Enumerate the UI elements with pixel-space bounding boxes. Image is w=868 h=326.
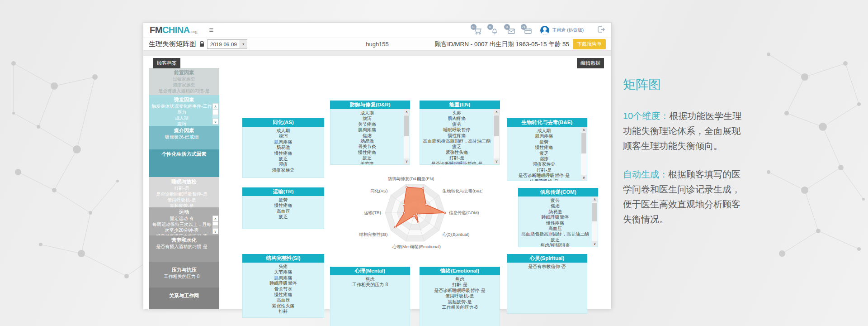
- scroll-track[interactable]: [581, 133, 587, 175]
- scroll-down-icon[interactable]: ∨: [212, 228, 218, 234]
- matrix-box-item[interactable]: 关节痛: [330, 161, 410, 165]
- logout-icon[interactable]: [598, 26, 605, 34]
- matrix-box-item[interactable]: 成人期: [243, 128, 324, 134]
- matrix-box-item[interactable]: 使用呼吸机-是: [420, 293, 500, 299]
- radar-data-point[interactable]: [417, 221, 419, 223]
- scroll-thumb[interactable]: [592, 203, 597, 221]
- scroll-thumb[interactable]: [212, 110, 218, 115]
- matrix-box-item[interactable]: 疲乏: [519, 237, 598, 243]
- user-name[interactable]: 王树岩 (协议版): [552, 27, 584, 34]
- scroll-thumb[interactable]: [212, 222, 218, 225]
- user-avatar[interactable]: [540, 26, 549, 35]
- matrix-box-item[interactable]: 打鼾-是: [420, 155, 500, 161]
- matrix-box-item[interactable]: 成人期: [330, 110, 410, 116]
- scroll-thumb[interactable]: [404, 115, 409, 136]
- radar-data-point[interactable]: [394, 226, 396, 228]
- matrix-box-item[interactable]: 疲劳: [507, 139, 587, 145]
- matrix-box-item[interactable]: 疲乏: [330, 155, 410, 161]
- matrix-box-scrollbar[interactable]: ∧∨: [404, 109, 410, 164]
- matrix-box-item[interactable]: 关节疼痛: [330, 122, 410, 127]
- sidebar-scrollbar[interactable]: ∧∨: [212, 103, 218, 125]
- radar-data-point[interactable]: [425, 204, 427, 206]
- matrix-box-item[interactable]: 是否有宗教信仰-否: [507, 264, 587, 269]
- matrix-box-item[interactable]: 慢性疼痛: [330, 150, 410, 155]
- sidebar-item[interactable]: 使用呼吸机-是: [149, 197, 219, 203]
- matrix-box-scrollbar[interactable]: ∧∨: [581, 127, 587, 181]
- sidebar-item[interactable]: 是否有摄入酒精的习惯-是: [149, 244, 219, 249]
- scroll-up-icon[interactable]: ∧: [212, 216, 218, 221]
- matrix-box-item[interactable]: 是否诊断睡眠呼吸暂停-是: [507, 173, 587, 178]
- radar-data-point[interactable]: [413, 215, 415, 216]
- scroll-down-icon[interactable]: ∨: [404, 158, 410, 164]
- scroll-up-icon[interactable]: ∧: [592, 197, 598, 202]
- matrix-box-item[interactable]: 肠易激: [243, 145, 324, 150]
- matrix-box-item[interactable]: 打鼾: [243, 309, 324, 314]
- matrix-box-item[interactable]: 是否诊断睡眠呼吸暂停-是: [420, 288, 500, 293]
- sidebar-item[interactable]: 是否诊断睡眠呼吸暂停-是: [149, 191, 219, 197]
- matrix-box-item[interactable]: 肌肉疼痛: [243, 275, 324, 281]
- matrix-box-item[interactable]: 高血压: [519, 226, 598, 231]
- customer-profile-button[interactable]: 顾客档案: [153, 58, 180, 68]
- matrix-box-item[interactable]: 焦虑: [420, 277, 500, 282]
- scroll-track[interactable]: [494, 115, 500, 158]
- matrix-box-item[interactable]: 疲乏: [420, 144, 500, 149]
- radar-data-point[interactable]: [403, 204, 405, 206]
- matrix-box-item[interactable]: 肠易激: [519, 209, 598, 215]
- matrix-box-item[interactable]: 高血脂包括高胆固醇，高甘油三酯: [420, 139, 500, 144]
- fmchina-logo[interactable]: FMCHINA.org: [150, 25, 197, 35]
- sidebar-scrollbar[interactable]: ∧∨: [212, 216, 218, 234]
- matrix-box-item[interactable]: 头疼: [243, 264, 324, 269]
- matrix-box-item[interactable]: 头疼: [420, 110, 500, 116]
- calendar-icon[interactable]: 21: [524, 26, 533, 35]
- matrix-box-item[interactable]: 慢性疼痛: [507, 145, 587, 150]
- matrix-box-item[interactable]: 慢性疼痛: [243, 292, 324, 297]
- matrix-box-item[interactable]: 腹泻: [243, 134, 324, 139]
- sidebar-item[interactable]: 湿疹家族史: [149, 82, 219, 88]
- matrix-box-item[interactable]: 紧张性头痛: [243, 303, 324, 309]
- date-select[interactable]: 2019-06-09 ▾: [207, 39, 247, 49]
- sidebar-item[interactable]: 每周运动保持三次以上，且每次至少20分钟-否: [149, 221, 219, 233]
- sidebar-item[interactable]: 晨起疲劳-是: [149, 203, 219, 207]
- matrix-box-item[interactable]: 湿疹: [243, 162, 324, 167]
- matrix-box-item[interactable]: 慢性疼痛: [519, 221, 598, 226]
- matrix-box-item[interactable]: 睡眠呼吸暂停: [420, 127, 500, 133]
- matrix-box-item[interactable]: 慢性疼痛: [243, 203, 324, 208]
- envelope-icon[interactable]: 0: [507, 26, 516, 35]
- matrix-box-item[interactable]: 工作相关的压力-8: [420, 305, 500, 310]
- matrix-box-item[interactable]: 肌肉疼痛: [330, 127, 410, 133]
- hamburger-menu-icon[interactable]: ≡: [209, 26, 213, 34]
- scroll-track[interactable]: [592, 202, 598, 241]
- matrix-box-item[interactable]: 是否诊断睡眠呼吸暂停-是: [420, 161, 500, 165]
- scroll-track[interactable]: [404, 115, 410, 158]
- matrix-box-item[interactable]: 焦虑/抑郁/沮丧: [519, 243, 598, 247]
- matrix-box-item[interactable]: 高血压: [243, 209, 324, 214]
- scroll-thumb[interactable]: [494, 115, 499, 136]
- matrix-box-item[interactable]: 湿疹家族史: [507, 162, 587, 167]
- radar-data-point[interactable]: [416, 213, 418, 215]
- matrix-box-item[interactable]: 使用呼吸机-是: [507, 179, 587, 181]
- matrix-box-item[interactable]: 骨关节炎: [330, 144, 410, 149]
- radar-data-point[interactable]: [403, 212, 405, 214]
- sidebar-item[interactable]: 工作相关的压力-8: [149, 273, 219, 279]
- matrix-box-item[interactable]: 打鼾-是: [507, 168, 587, 173]
- matrix-box-item[interactable]: 焦虑: [519, 203, 598, 209]
- sidebar-item[interactable]: 过敏家族史: [149, 76, 219, 82]
- matrix-box-item[interactable]: 疲劳: [420, 122, 500, 127]
- matrix-box-item[interactable]: 疲劳: [519, 198, 598, 203]
- matrix-box-item[interactable]: 成人期: [507, 128, 587, 134]
- matrix-box-item[interactable]: 疲乏: [507, 151, 587, 156]
- matrix-box-item[interactable]: 晨起疲劳-是: [420, 299, 500, 305]
- matrix-box-item[interactable]: 湿疹: [507, 156, 587, 162]
- scroll-up-icon[interactable]: ∧: [212, 103, 218, 109]
- sidebar-item[interactable]: 固定运动-有: [149, 216, 219, 221]
- scroll-down-icon[interactable]: ∨: [494, 158, 500, 164]
- matrix-box-item[interactable]: 肠易激: [330, 139, 410, 144]
- radar-data-point[interactable]: [422, 187, 424, 189]
- matrix-box-item[interactable]: 焦虑: [330, 133, 410, 139]
- matrix-box-item[interactable]: 慢性疼痛: [243, 151, 324, 156]
- matrix-box-item[interactable]: 肌肉疼痛: [243, 139, 324, 145]
- scroll-up-icon[interactable]: ∧: [494, 109, 500, 115]
- sidebar-item[interactable]: 是否有摄入酒精的习惯-是: [149, 88, 219, 94]
- sidebar-item[interactable]: 成人期: [149, 115, 219, 121]
- matrix-box-item[interactable]: 睡眠呼吸暂停: [243, 281, 324, 286]
